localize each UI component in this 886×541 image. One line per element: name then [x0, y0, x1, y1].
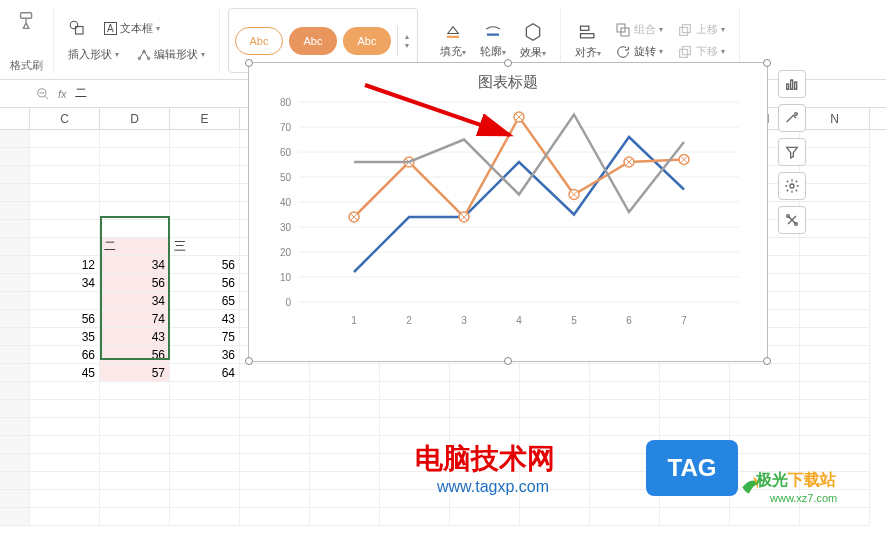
svg-point-69 [790, 184, 794, 188]
column-header[interactable]: N [800, 108, 870, 129]
svg-rect-0 [20, 13, 31, 19]
chevron-down-icon: ▾ [156, 24, 160, 33]
watermark-site1-url: www.tagxp.com [437, 478, 549, 496]
resize-handle[interactable] [245, 357, 253, 365]
resize-handle[interactable] [763, 357, 771, 365]
svg-text:0: 0 [285, 297, 291, 308]
svg-line-18 [45, 96, 48, 99]
svg-text:2: 2 [406, 315, 412, 326]
corner-cell[interactable] [0, 108, 30, 129]
insert-shape-dropdown[interactable]: 插入形状 ▾ [64, 45, 123, 64]
fill-button[interactable]: 填充▾ [436, 21, 470, 61]
shapes-icon [68, 19, 86, 37]
tag-badge: TAG [646, 440, 738, 496]
fx-icon[interactable]: fx [58, 88, 67, 100]
text-box-button[interactable]: A 文本框 ▾ [100, 17, 164, 39]
edit-nodes-icon [137, 48, 151, 62]
insert-shape-button[interactable] [64, 17, 90, 39]
svg-rect-6 [447, 35, 459, 37]
chart-styles-button[interactable] [778, 104, 806, 132]
chevron-down-icon: ▾ [115, 50, 119, 59]
rotate-button[interactable]: 旋转▾ [611, 42, 667, 62]
column-header[interactable]: C [30, 108, 100, 129]
shape-group: A 文本框 ▾ 插入形状 ▾ 编辑形状 ▾ [54, 8, 220, 73]
outline-button[interactable]: 轮廓▾ [476, 21, 510, 61]
chart-tools-button[interactable] [778, 206, 806, 234]
format-painter-group[interactable]: 格式刷 [0, 8, 54, 73]
resize-handle[interactable] [504, 357, 512, 365]
move-up-button[interactable]: 上移▾ [673, 20, 729, 40]
align-icon [578, 22, 598, 42]
watermark-site1: 电脑技术网 [415, 440, 555, 478]
group-button[interactable]: 组合▾ [611, 20, 667, 40]
chevron-down-icon: ▾ [201, 50, 205, 59]
move-up-icon [677, 22, 693, 38]
outline-icon [483, 23, 503, 41]
svg-text:20: 20 [280, 247, 292, 258]
svg-point-1 [70, 21, 78, 29]
chart-settings-button[interactable] [778, 172, 806, 200]
effects-button[interactable]: 效果▾ [516, 20, 550, 62]
resize-handle[interactable] [504, 59, 512, 67]
format-painter-label: 格式刷 [10, 58, 43, 73]
svg-text:50: 50 [280, 172, 292, 183]
rotate-icon [615, 44, 631, 60]
move-down-icon [677, 44, 693, 60]
svg-rect-66 [791, 80, 793, 89]
shape-style-3[interactable]: Abc [343, 27, 391, 55]
group-icon [615, 22, 631, 38]
fill-icon [443, 23, 463, 41]
svg-text:4: 4 [516, 315, 522, 326]
resize-handle[interactable] [763, 59, 771, 67]
align-button[interactable]: 对齐▾ [571, 20, 605, 62]
shape-style-2[interactable]: Abc [289, 27, 337, 55]
chart-object[interactable]: 图表标题 010203040506070801234567 [248, 62, 768, 362]
watermark-site2-url: www.xz7.com [770, 492, 837, 504]
svg-text:10: 10 [280, 272, 292, 283]
svg-text:60: 60 [280, 147, 292, 158]
edit-shape-button[interactable]: 编辑形状 ▾ [133, 45, 209, 64]
text-box-icon: A [104, 22, 117, 35]
column-header[interactable]: E [170, 108, 240, 129]
svg-text:1: 1 [351, 315, 357, 326]
shape-styles-more[interactable]: ▴▾ [397, 26, 411, 56]
svg-rect-8 [581, 26, 589, 30]
chart-elements-button[interactable] [778, 70, 806, 98]
format-painter-icon [14, 8, 40, 34]
svg-text:40: 40 [280, 197, 292, 208]
move-down-button[interactable]: 下移▾ [673, 42, 729, 62]
svg-text:70: 70 [280, 122, 292, 133]
svg-text:5: 5 [571, 315, 577, 326]
svg-rect-13 [682, 24, 690, 32]
watermark-site2: 极光下载站 [756, 470, 836, 491]
zoom-out-icon[interactable] [36, 87, 50, 101]
svg-text:30: 30 [280, 222, 292, 233]
resize-handle[interactable] [245, 59, 253, 67]
svg-rect-14 [682, 46, 690, 54]
chart-title[interactable]: 图表标题 [249, 73, 767, 92]
svg-rect-15 [680, 49, 688, 57]
svg-text:7: 7 [681, 315, 687, 326]
chart-filter-button[interactable] [778, 138, 806, 166]
chart-plot-area[interactable]: 010203040506070801234567 [249, 92, 769, 352]
effects-icon [523, 22, 543, 42]
svg-rect-7 [487, 33, 499, 35]
chart-side-buttons [778, 70, 806, 234]
column-header[interactable]: D [100, 108, 170, 129]
svg-rect-65 [787, 84, 789, 89]
svg-text:3: 3 [461, 315, 467, 326]
svg-rect-12 [680, 27, 688, 35]
svg-point-68 [795, 113, 798, 116]
svg-text:6: 6 [626, 315, 632, 326]
svg-text:80: 80 [280, 97, 292, 108]
svg-rect-67 [795, 82, 797, 89]
shape-style-1[interactable]: Abc [235, 27, 283, 55]
svg-rect-9 [581, 33, 594, 37]
